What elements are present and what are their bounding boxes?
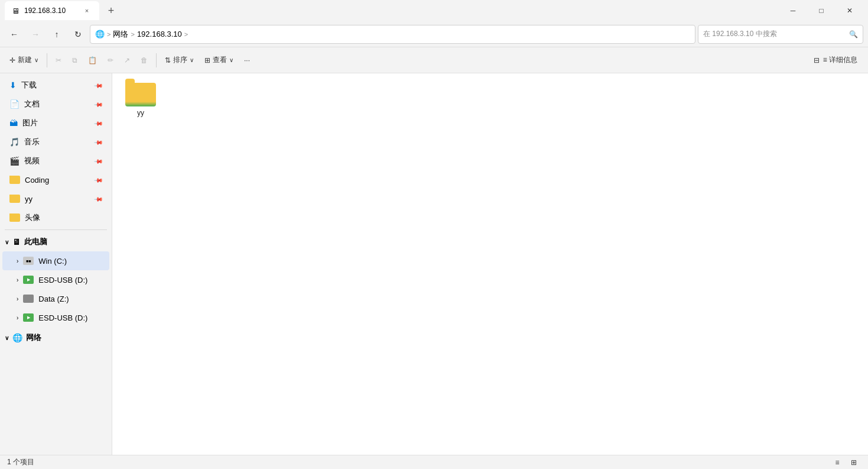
status-bar: 1 个项目 ≡ ⊞ [0, 455, 868, 469]
cut-button: ✂ [51, 51, 66, 70]
rename-button: ✏ [103, 51, 118, 70]
search-text: 在 192.168.3.10 中搜索 [703, 29, 777, 39]
share-icon: ↗ [124, 56, 130, 64]
network-icon: 🌐 [12, 333, 22, 342]
tab-label: 192.168.3.10 [24, 7, 66, 15]
share-button: ↗ [119, 51, 135, 70]
sidebar-section-label: 此电脑 [24, 237, 47, 247]
sidebar-item-label: 音乐 [24, 137, 40, 147]
sidebar-item-videos[interactable]: 🎬 视频 📌 [2, 151, 109, 170]
sidebar-item-label: Win (C:) [38, 257, 67, 266]
drive-usb-icon: ▶ [23, 276, 34, 284]
refresh-button[interactable]: ↻ [69, 25, 87, 44]
pin-icon: 📌 [94, 99, 103, 109]
new-chevron-icon: ∨ [34, 57, 38, 63]
paste-icon: 📋 [88, 56, 97, 64]
new-button[interactable]: ✛ 新建 ∨ [5, 51, 43, 70]
sort-button[interactable]: ⇅ 排序 ∨ [160, 51, 199, 70]
sidebar-item-label: ESD-USB (D:) [38, 313, 87, 322]
sidebar-item-esd-usb-d[interactable]: › ▶ ESD-USB (D:) [2, 270, 109, 289]
expand-icon-d2: › [17, 315, 18, 321]
video-icon: 🎬 [9, 156, 19, 166]
list-view-button[interactable]: ≡ [830, 457, 844, 468]
pictures-icon: 🏔 [9, 118, 18, 128]
separator-2 [156, 53, 157, 67]
expand-icon-z: › [17, 296, 18, 302]
sidebar-item-pictures[interactable]: 🏔 图片 📌 [2, 114, 109, 132]
breadcrumb[interactable]: 🌐 > 网络 > 192.168.3.10 > [90, 25, 695, 44]
grid-view-button[interactable]: ⊞ [847, 457, 861, 468]
download-icon: ⬇ [9, 80, 17, 90]
expand-icon-d: › [17, 277, 18, 283]
sidebar-item-yy[interactable]: yy 📌 [2, 189, 109, 208]
search-box[interactable]: 在 192.168.3.10 中搜索 🔍 [698, 25, 863, 44]
pin-icon: 📌 [94, 137, 103, 147]
sidebar-item-label: 视频 [24, 156, 40, 166]
sidebar-item-coding[interactable]: Coding 📌 [2, 170, 109, 189]
minimize-button[interactable]: ─ [779, 1, 807, 20]
sep3: > [184, 31, 188, 38]
copy-button: ⧉ [67, 51, 82, 70]
close-button[interactable]: ✕ [836, 1, 863, 20]
sort-chevron-icon: ∨ [190, 57, 194, 63]
details-button[interactable]: ⊟ ≡ 详细信息 [808, 51, 863, 70]
search-icon: 🔍 [849, 30, 858, 38]
back-button[interactable]: ← [5, 25, 24, 44]
sidebar-item-win-c[interactable]: › ■■ Win (C:) [2, 251, 109, 270]
pin-icon: 📌 [94, 118, 103, 128]
address-bar: ← → ↑ ↻ 🌐 > 网络 > 192.168.3.10 > 在 192.16… [0, 21, 868, 47]
tab-close-button[interactable]: × [82, 5, 92, 16]
sidebar-item-esd-usb-d2[interactable]: › ▶ ESD-USB (D:) [2, 308, 109, 327]
up-button[interactable]: ↑ [47, 25, 66, 44]
sep1: > [107, 31, 110, 38]
sidebar-item-label: Coding [25, 176, 49, 185]
view-button[interactable]: ⊞ 查看 ∨ [200, 51, 238, 70]
sidebar-item-music[interactable]: 🎵 音乐 📌 [2, 132, 109, 151]
sidebar-item-portrait[interactable]: 头像 [2, 208, 109, 227]
folder-portrait-icon [9, 214, 20, 222]
new-icon: ✛ [9, 56, 15, 64]
forward-button: → [26, 25, 45, 44]
delete-button: 🗑 [136, 51, 152, 70]
drive-usb2-icon: ▶ [23, 313, 34, 322]
more-button[interactable]: ··· [239, 51, 255, 70]
new-tab-button[interactable]: + [102, 1, 121, 20]
sep2: > [131, 31, 134, 38]
sidebar-item-data-z[interactable]: › Data (Z:) [2, 289, 109, 308]
sidebar-item-label: 文档 [24, 99, 40, 109]
sidebar-item-label: 下载 [21, 80, 37, 90]
sidebar-item-documents[interactable]: 📄 文档 📌 [2, 95, 109, 114]
pc-icon: 🖥 [12, 237, 21, 247]
separator [5, 229, 107, 230]
details-icon: ⊟ [814, 56, 820, 64]
breadcrumb-ip[interactable]: 192.168.3.10 [137, 30, 182, 38]
view-label: 查看 [213, 55, 227, 65]
folder-big-icon [125, 83, 156, 106]
expand-network-icon: ∨ [5, 335, 9, 341]
sidebar-item-label: Data (Z:) [38, 295, 69, 303]
breadcrumb-network[interactable]: 网络 [113, 29, 128, 40]
content-area: yy [112, 73, 868, 455]
document-icon: 📄 [9, 99, 19, 109]
folder-yy-icon [9, 195, 20, 203]
sidebar-item-downloads[interactable]: ⬇ 下载 📌 [2, 76, 109, 95]
maximize-button[interactable]: □ [808, 1, 835, 20]
sidebar-this-pc[interactable]: ∨ 🖥 此电脑 [0, 232, 112, 251]
title-bar: 🖥 192.168.3.10 × + ─ □ ✕ [0, 0, 868, 21]
sidebar-section-label: 网络 [26, 332, 41, 343]
view-controls: ≡ ⊞ [830, 457, 861, 468]
toolbar: ✛ 新建 ∨ ✂ ⧉ 📋 ✏ ↗ 🗑 ⇅ 排序 ∨ ⊞ 查看 ∨ ··· ⊟ ≡… [0, 47, 868, 73]
sidebar-item-label: 头像 [25, 212, 40, 223]
view-chevron-icon: ∨ [229, 57, 233, 63]
sidebar-network[interactable]: ∨ 🌐 网络 [0, 328, 112, 347]
expand-icon: ∨ [5, 239, 9, 245]
sort-icon: ⇅ [165, 56, 171, 64]
folder-yy-item[interactable]: yy [117, 78, 164, 122]
drive-z-icon [23, 295, 34, 303]
sidebar-item-label: ESD-USB (D:) [38, 276, 87, 284]
sidebar-item-label: yy [25, 195, 32, 203]
tab[interactable]: 🖥 192.168.3.10 × [5, 1, 99, 20]
pin-icon: 📌 [94, 156, 103, 166]
paste-button: 📋 [83, 51, 102, 70]
drive-c-icon: ■■ [23, 257, 34, 265]
